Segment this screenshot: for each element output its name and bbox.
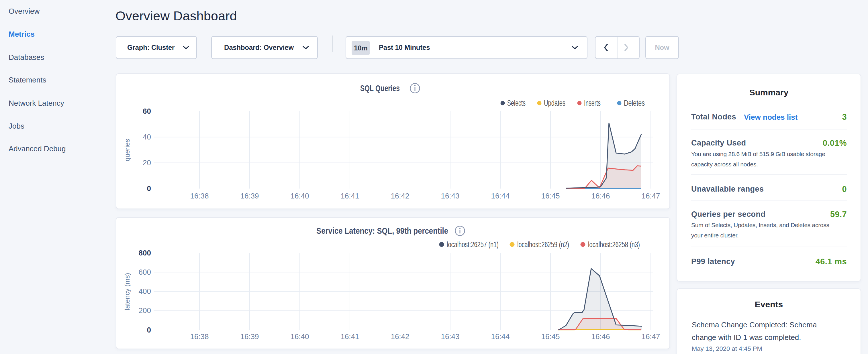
svg-text:16:47: 16:47 [641, 192, 660, 200]
svg-text:16:39: 16:39 [240, 192, 259, 200]
svg-text:16:44: 16:44 [491, 332, 509, 341]
svg-text:Updates: Updates [544, 99, 565, 107]
svg-text:localhost:26258 (n3): localhost:26258 (n3) [588, 240, 640, 249]
svg-text:Inserts: Inserts [584, 99, 601, 107]
svg-text:16:43: 16:43 [441, 192, 459, 200]
svg-text:16:45: 16:45 [541, 332, 560, 341]
svg-text:16:40: 16:40 [290, 332, 309, 341]
svg-text:16:46: 16:46 [591, 332, 610, 341]
svg-text:16:44: 16:44 [491, 192, 509, 200]
svg-text:localhost:26259 (n2): localhost:26259 (n2) [517, 240, 569, 249]
svg-text:16:38: 16:38 [190, 192, 209, 200]
svg-text:Service Latency: SQL, 99th per: Service Latency: SQL, 99th percentile [316, 226, 448, 235]
svg-text:16:42: 16:42 [391, 192, 409, 200]
svg-text:16:40: 16:40 [290, 192, 309, 200]
svg-text:600: 600 [139, 268, 151, 277]
svg-text:400: 400 [139, 287, 151, 296]
svg-text:Selects: Selects [507, 99, 526, 107]
svg-text:latency (ms): latency (ms) [123, 273, 131, 311]
svg-text:0: 0 [147, 326, 151, 334]
svg-text:queries: queries [123, 139, 131, 162]
svg-text:800: 800 [139, 249, 151, 257]
svg-text:20: 20 [143, 158, 151, 167]
svg-text:16:42: 16:42 [391, 332, 409, 341]
svg-text:16:41: 16:41 [340, 192, 359, 200]
svg-text:16:45: 16:45 [541, 192, 560, 200]
svg-text:16:38: 16:38 [190, 332, 209, 341]
svg-text:16:39: 16:39 [240, 332, 259, 341]
svg-text:SQL Queries: SQL Queries [360, 83, 400, 93]
svg-text:40: 40 [143, 133, 151, 141]
svg-text:Deletes: Deletes [624, 99, 645, 107]
svg-text:16:43: 16:43 [441, 332, 459, 341]
svg-text:60: 60 [143, 107, 151, 116]
svg-text:16:41: 16:41 [340, 332, 359, 341]
svg-text:16:46: 16:46 [591, 192, 610, 200]
svg-text:16:47: 16:47 [641, 332, 660, 341]
svg-text:0: 0 [147, 184, 151, 193]
svg-text:localhost:26257 (n1): localhost:26257 (n1) [447, 240, 499, 249]
svg-text:200: 200 [139, 306, 151, 315]
